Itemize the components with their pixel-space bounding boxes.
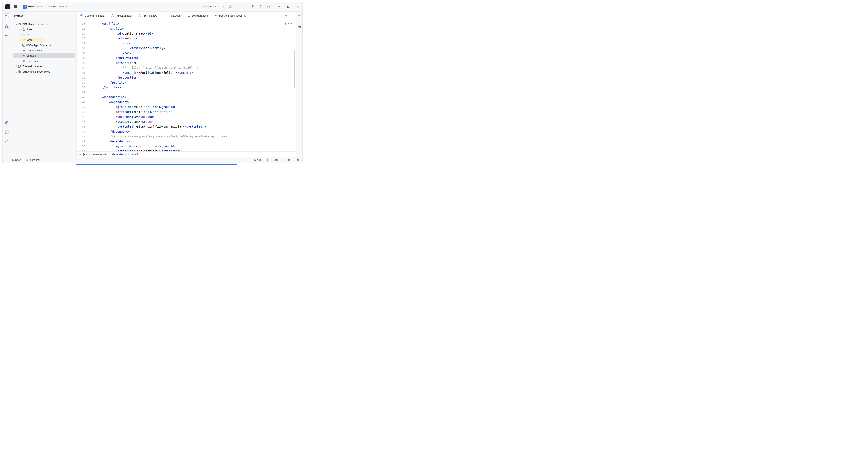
libraries-icon bbox=[18, 65, 21, 68]
code-text[interactable]: <scope>system</scope> bbox=[90, 119, 153, 124]
tab-options-icon[interactable]: ⋮ bbox=[290, 14, 293, 18]
code-text[interactable]: <profiles> bbox=[90, 21, 119, 26]
tree-item-pom-xml[interactable]: mpom.xml bbox=[13, 53, 75, 58]
code-text[interactable]: <artifactId>smc-api</artifactId> bbox=[90, 109, 172, 115]
code-text[interactable]: </profile> bbox=[90, 80, 126, 85]
editor-tab-ruleslist-java[interactable]: CRulesList.java bbox=[107, 11, 135, 20]
tree-item-src[interactable]: src bbox=[13, 32, 75, 37]
editor-area: CCustomRule.javaCRulesList.javaCFileRule… bbox=[77, 11, 296, 157]
code-text[interactable]: <groupId>com.solibri.smc</groupId> bbox=[90, 105, 176, 109]
close-button[interactable] bbox=[297, 5, 299, 8]
status-project-name[interactable]: BIM-Uses bbox=[10, 158, 21, 161]
code-text[interactable]: <profile> bbox=[90, 26, 124, 31]
run-tool-window-button[interactable] bbox=[3, 119, 10, 126]
tree-item-cobietype-check-cset[interactable]: ?COBieType Check.cset bbox=[13, 42, 75, 48]
code-text[interactable]: <artifactId>smc-geometry</artifactId> bbox=[90, 149, 181, 151]
code-text[interactable]: <dependency> bbox=[90, 100, 130, 105]
editor-tab-filerule-java[interactable]: CFileRule.java bbox=[135, 11, 161, 20]
code-text[interactable]: <!-- https://mvnrepository.com/artifact/… bbox=[90, 134, 227, 139]
caret-position-widget[interactable]: 58:58 bbox=[254, 158, 261, 161]
line-number: 31 bbox=[77, 51, 90, 56]
run-button[interactable] bbox=[220, 4, 225, 10]
code-line-38: 38 </profiles> bbox=[77, 85, 296, 90]
indent-widget[interactable]: Tab* bbox=[286, 158, 291, 161]
tree-item-configurations[interactable]: configurations bbox=[13, 48, 75, 53]
code-with-me-button[interactable] bbox=[250, 4, 256, 10]
code-text[interactable]: <properties> bbox=[90, 61, 137, 65]
breadcrumb-project[interactable]: project bbox=[80, 153, 87, 156]
tab-close-icon[interactable]: × bbox=[244, 14, 246, 18]
breadcrumb-dependencies[interactable]: dependencies bbox=[92, 153, 107, 156]
code-text[interactable]: <os> bbox=[90, 41, 130, 46]
editor-scrollbar[interactable] bbox=[294, 50, 295, 89]
code-text[interactable]: </profiles> bbox=[90, 85, 121, 90]
line-number: 33 bbox=[77, 61, 90, 65]
code-text[interactable]: </dependency> bbox=[90, 129, 131, 134]
problems-tool-window-button[interactable] bbox=[3, 138, 10, 145]
search-everywhere-button[interactable] bbox=[258, 4, 264, 10]
tree-item-rules-json[interactable]: {}Rules.json bbox=[13, 58, 75, 64]
debug-button[interactable] bbox=[227, 4, 233, 10]
version-control-tool-window-button[interactable] bbox=[3, 148, 10, 154]
tree-expand-chevron-icon[interactable] bbox=[16, 65, 18, 67]
code-text[interactable]: <dependencies> bbox=[90, 95, 126, 100]
minimize-button[interactable] bbox=[278, 5, 280, 8]
editor-tab-pom-xml-bim-uses[interactable]: mpom.xml (Bim-uses)× bbox=[211, 11, 250, 20]
tree-expand-chevron-icon[interactable] bbox=[16, 71, 18, 73]
structure-tool-window-button[interactable] bbox=[3, 23, 10, 29]
code-text[interactable]: <family>mac</family> bbox=[90, 46, 165, 51]
editor-tab-customrule-java[interactable]: CCustomRule.java bbox=[77, 11, 107, 20]
main-menu-button[interactable] bbox=[13, 4, 19, 10]
project-tool-window-button[interactable] bbox=[3, 13, 10, 20]
editor-tab-rules-json[interactable]: {}Rules.json bbox=[161, 11, 184, 20]
encoding-widget[interactable]: UTF-8 bbox=[274, 158, 281, 161]
tree-expand-chevron-icon[interactable] bbox=[20, 39, 22, 41]
inspections-widget[interactable]: ✓ 5 bbox=[281, 22, 292, 26]
notifications-button[interactable] bbox=[296, 13, 302, 20]
tree-collapse-chevron-icon[interactable] bbox=[16, 23, 18, 25]
status-file-name[interactable]: pom.xml bbox=[30, 158, 40, 161]
code-text[interactable]: <smc-dir>/Applications/Solibri</smc-dir> bbox=[90, 70, 193, 75]
tree-expand-chevron-icon[interactable] bbox=[20, 34, 22, 36]
tree-item-target[interactable]: target bbox=[13, 37, 75, 42]
breadcrumb-groupid[interactable]: groupId bbox=[131, 153, 140, 156]
terminal-tool-window-button[interactable] bbox=[3, 129, 10, 135]
code-text[interactable]: <activation> bbox=[90, 36, 137, 41]
code-text[interactable]: </activation> bbox=[90, 56, 138, 61]
chevron-down-icon bbox=[24, 15, 26, 16]
code-text[interactable]: </os> bbox=[90, 51, 131, 56]
next-problem-chevron-icon[interactable] bbox=[290, 23, 291, 24]
project-switcher-widget[interactable]: BI BIM-Uses bbox=[21, 4, 43, 10]
maximize-button[interactable] bbox=[287, 5, 290, 8]
vcs-widget[interactable]: Version control bbox=[46, 4, 68, 9]
code-text[interactable]: <systemPath>${smc-dir}/lib/smc-api.jar</… bbox=[90, 124, 206, 129]
editor-tab-configurations[interactable]: configurations bbox=[184, 11, 211, 20]
hidden-tabs-chevron-icon[interactable] bbox=[285, 15, 287, 16]
tree-item-idea[interactable]: .idea bbox=[13, 27, 75, 32]
code-text[interactable]: </properties> bbox=[90, 75, 138, 80]
code-text[interactable]: <dependency> bbox=[90, 139, 130, 144]
tree-item-external-libraries[interactable]: External Libraries bbox=[13, 64, 75, 69]
line-separator-widget[interactable]: LF bbox=[266, 158, 269, 161]
more-tool-windows-button[interactable]: ⋯ bbox=[3, 32, 10, 39]
settings-button[interactable] bbox=[266, 4, 272, 10]
scratches-icon bbox=[18, 70, 21, 73]
code-text[interactable] bbox=[90, 90, 94, 95]
tree-item-scratches-and-consoles[interactable]: Scratches and Consoles bbox=[13, 69, 75, 74]
code-text[interactable]: <id>platform-mac</id> bbox=[90, 31, 153, 36]
run-configuration-widget[interactable]: Current File bbox=[199, 4, 218, 9]
prev-problem-chevron-icon[interactable] bbox=[288, 23, 289, 25]
breadcrumb-dependency[interactable]: dependency bbox=[112, 153, 126, 156]
more-actions-button[interactable]: ⋮ bbox=[235, 4, 241, 10]
tree-item-bim-uses[interactable]: BIM-UsesD:\Projects bbox=[13, 21, 75, 27]
maven-tool-window-button[interactable]: m bbox=[296, 24, 302, 30]
code-text[interactable]: <version>1.0</version> bbox=[90, 115, 155, 119]
code-text[interactable]: <!-- Solibri installation path on macOS … bbox=[90, 65, 199, 70]
code-text[interactable]: <groupId>com.solibri.smc</groupId> bbox=[90, 144, 176, 149]
tree-expand-chevron-icon[interactable] bbox=[20, 28, 22, 30]
project-panel-header[interactable]: Project bbox=[11, 11, 76, 20]
readonly-lock-button[interactable] bbox=[297, 158, 299, 162]
add-user-icon bbox=[251, 5, 255, 9]
editor-tabs: CCustomRule.javaCRulesList.javaCFileRule… bbox=[77, 11, 250, 20]
intellij-logo[interactable]: IJ bbox=[5, 4, 10, 9]
